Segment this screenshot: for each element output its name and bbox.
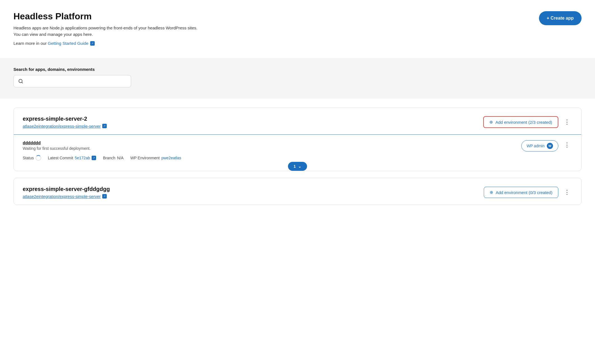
env-1-meta: Status Latest Commit 5e172ab ↗ xyxy=(23,155,181,161)
search-section: Search for apps, domains, environments xyxy=(0,58,595,99)
status-spinner xyxy=(36,155,41,161)
page-title: Headless Platform xyxy=(13,11,197,22)
env-details-1: ddddddd Waiting for first successful dep… xyxy=(23,140,181,161)
header-section: Headless Platform Headless apps are Node… xyxy=(13,11,582,47)
commit-label: Latest Commit xyxy=(48,156,73,160)
app-card-1-header: express-simple-server-2 atlase2eintegrat… xyxy=(14,108,581,134)
wp-admin-button-1[interactable]: WP admin W xyxy=(521,140,558,151)
wp-logo-icon: W xyxy=(547,143,553,149)
app-2-more-menu[interactable]: ⋮ xyxy=(562,188,572,197)
branch-label: Branch xyxy=(103,156,115,160)
environment-row-1: ddddddd Waiting for first successful dep… xyxy=(14,134,581,166)
app-card-1-actions: ⊕ Add environment (2/3 created) ⋮ xyxy=(483,116,572,128)
commit-ext-icon: ↗ xyxy=(92,156,96,160)
env-branch-item: Branch N/A xyxy=(103,156,124,160)
wp-env-label: WP Environment xyxy=(130,156,160,160)
search-box xyxy=(13,75,131,87)
search-icon xyxy=(18,79,23,84)
env-1-more-menu[interactable]: ⋮ xyxy=(562,140,572,150)
app-2-repo-link[interactable]: atlase2eintegration/express-simple-serve… xyxy=(23,194,107,199)
app-1-more-menu[interactable]: ⋮ xyxy=(562,117,572,127)
app-card-1: express-simple-server-2 atlase2eintegrat… xyxy=(13,108,582,171)
status-label: Status xyxy=(23,156,34,160)
app-card-2: express-simple-server-gfddgdgg atlase2ei… xyxy=(13,178,582,205)
page-wrapper: Headless Platform Headless apps are Node… xyxy=(0,0,595,364)
env-row-inner-1: ddddddd Waiting for first successful dep… xyxy=(23,140,572,161)
app-1-repo-link[interactable]: atlase2eintegration/express-simple-serve… xyxy=(23,124,107,129)
description-line1: Headless apps are Node.js applications p… xyxy=(13,25,197,31)
header-text: Headless Platform Headless apps are Node… xyxy=(13,11,197,47)
description-line2: You can view and manage your apps here. xyxy=(13,31,197,38)
app-card-2-title: express-simple-server-gfddgdgg atlase2ei… xyxy=(23,186,110,199)
env-commit-item: Latest Commit 5e172ab ↗ xyxy=(48,156,96,160)
svg-line-1 xyxy=(22,82,22,83)
create-app-button[interactable]: + Create app xyxy=(539,11,582,25)
apps-list: express-simple-server-2 atlase2eintegrat… xyxy=(13,108,582,205)
app-card-2-actions: ⊕ Add environment (0/3 created) ⋮ xyxy=(484,187,572,198)
getting-started-link[interactable]: Getting Started Guide ↗ xyxy=(48,40,95,47)
external-link-icon: ↗ xyxy=(90,41,95,46)
env-wp-env-item: WP Environment pwe2eatlas xyxy=(130,156,181,160)
app-1-name: express-simple-server-2 xyxy=(23,116,107,122)
expand-button-1[interactable]: 1 ⌄ xyxy=(288,162,307,171)
repo-link-icon-1: ↗ xyxy=(102,124,107,128)
env-1-status-text: Waiting for first successful deployment. xyxy=(23,146,181,151)
add-environment-button-1[interactable]: ⊕ Add environment (2/3 created) xyxy=(483,116,558,128)
search-input[interactable] xyxy=(26,79,126,83)
commit-link[interactable]: 5e172ab ↗ xyxy=(75,156,96,160)
app-card-2-header: express-simple-server-gfddgdgg atlase2ei… xyxy=(14,178,581,205)
add-environment-button-2[interactable]: ⊕ Add environment (0/3 created) xyxy=(484,187,558,198)
learn-more: Learn more in our Getting Started Guide … xyxy=(13,40,197,47)
app-2-name: express-simple-server-gfddgdgg xyxy=(23,186,110,192)
expand-toggle-1: 1 ⌄ xyxy=(14,166,581,171)
branch-value: N/A xyxy=(117,156,124,160)
repo-link-icon-2: ↗ xyxy=(102,194,107,199)
search-label: Search for apps, domains, environments xyxy=(13,67,582,72)
wp-env-link[interactable]: pwe2eatlas xyxy=(161,156,181,160)
env-1-name[interactable]: ddddddd xyxy=(23,140,41,145)
app-card-1-title: express-simple-server-2 atlase2eintegrat… xyxy=(23,116,107,129)
env-status-item: Status xyxy=(23,155,41,161)
env-1-actions: WP admin W ⋮ xyxy=(521,140,572,151)
